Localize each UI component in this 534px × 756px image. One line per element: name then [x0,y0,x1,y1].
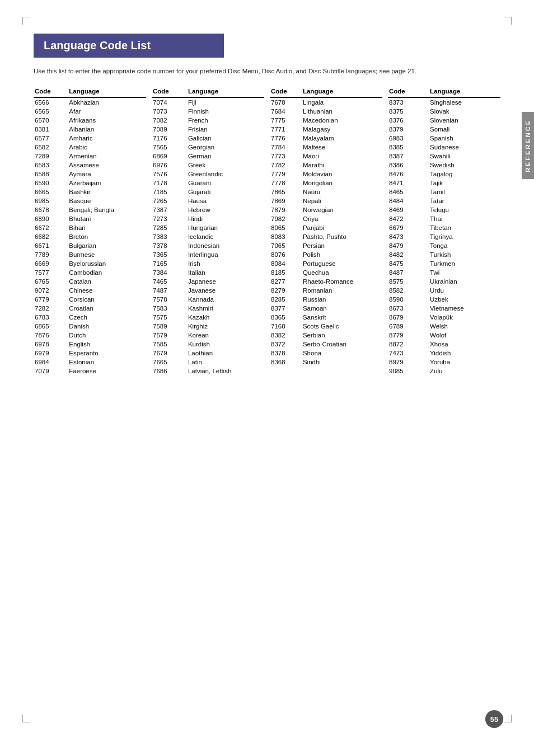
language-name: Tatar [429,196,500,205]
language-name: Bhutani [68,214,146,223]
table-row: 7473Yiddish [388,349,500,358]
language-name: Scots Gaelic [302,322,382,331]
col-header-code: Code [152,86,187,97]
language-name: Fiji [187,97,264,107]
language-name: Latin [187,358,264,367]
table-row: 8469Telugu [388,205,500,214]
language-name: Singhalese [429,97,500,107]
table-row: 8471Tajik [388,179,500,187]
table-row: 8872Xhosa [388,340,500,349]
table-row: 7089Frisian [152,125,264,134]
language-code: 8582 [388,286,429,295]
table-row: 7679Laothian [152,349,264,358]
language-name: Bulgarian [68,241,146,250]
language-name: Turkish [429,250,500,259]
table-row: 8185Quechua [270,268,382,277]
language-name: Xhosa [429,340,500,349]
language-code: 7285 [152,223,187,232]
language-name: Interlingua [187,250,264,259]
language-name: Maori [302,152,382,161]
table-row: 8484Tatar [388,196,500,205]
language-name: Sindhi [302,358,382,367]
table-row: 8376Slovenian [388,116,500,125]
language-name: Macedonian [302,116,382,125]
table-row: 6565Afar [34,107,146,116]
language-code: 6590 [34,179,68,187]
table-row: 8673Vietnamese [388,304,500,313]
language-code: 7789 [34,250,68,259]
language-code: 7384 [152,268,187,277]
language-name: Somali [429,125,500,134]
language-code: 8277 [270,277,302,286]
table-row: 7565Georgian [152,143,264,152]
table-row: 7378Indonesian [152,241,264,250]
col-header-code: Code [270,86,302,97]
table-row: 7583Kashmiri [152,304,264,313]
language-name: Arabic [68,143,146,152]
language-name: Malayalam [302,134,382,143]
language-name: Yiddish [429,349,500,358]
language-name: Catalan [68,277,146,286]
language-code: 7387 [152,205,187,214]
language-name: Esperanto [68,349,146,358]
language-code: 7773 [270,152,302,161]
language-code: 7089 [152,125,187,134]
table-row: 8473Tigrinya [388,232,500,241]
page-container: REFERENCE Language Code List Use this li… [0,0,534,756]
language-name: Volapük [429,313,500,322]
table-row: 6577Amharic [34,134,146,143]
language-code: 7289 [34,152,68,161]
table-row: 7383Icelandic [152,232,264,241]
table-row: 8365Sanskrit [270,313,382,322]
table-row: 6985Basque [34,196,146,205]
language-code: 8381 [34,125,68,134]
language-name: Urdu [429,286,500,295]
table-row: 8279Romanian [270,286,382,295]
language-name: Slovak [429,107,500,116]
language-name: Javanese [187,286,264,295]
language-code: 8365 [270,313,302,322]
language-code: 6679 [388,223,429,232]
language-code: 8979 [388,358,429,367]
language-name: Slovenian [429,116,500,125]
language-code: 6979 [34,349,68,358]
language-code: 6669 [34,259,68,268]
language-code: 7679 [152,349,187,358]
language-code: 8372 [270,340,302,349]
language-name: Thai [429,214,500,223]
table-row: 6789Welsh [388,322,500,331]
language-code: 8379 [388,125,429,134]
language-name: Twi [429,268,500,277]
table-row: 7165Irish [152,259,264,268]
language-name: Lithuanian [302,107,382,116]
language-name: French [187,116,264,125]
reference-tab: REFERENCE [522,112,534,179]
language-code: 7684 [270,107,302,116]
language-name: Amharic [68,134,146,143]
page-number: 55 [485,710,503,728]
page-description: Use this list to enter the appropriate c… [34,67,500,76]
table-row: 8979Yoruba [388,358,500,367]
col-header-language: Language [429,86,500,97]
table-row: 8382Serbian [270,331,382,340]
language-code: 6985 [34,196,68,205]
language-code: 6565 [34,107,68,116]
language-code: 7079 [34,367,68,375]
table-row: 7365Interlingua [152,250,264,259]
table-row: 6976Greek [152,161,264,170]
language-code: 7073 [152,107,187,116]
language-name: Dutch [68,331,146,340]
language-code: 8376 [388,116,429,125]
table-row: 6590Azerbaijani [34,179,146,187]
language-name: Panjabi [302,223,382,232]
table-row: 7384Italian [152,268,264,277]
language-code: 7365 [152,250,187,259]
table-row: 6984Estonian [34,358,146,367]
language-code: 7282 [34,304,68,313]
language-code: 9072 [34,286,68,295]
table-row: 6983Spanish [388,134,500,143]
language-code: 6983 [388,134,429,143]
language-name: Tigrinya [429,232,500,241]
language-name: Swahili [429,152,500,161]
language-name: Danish [68,322,146,331]
